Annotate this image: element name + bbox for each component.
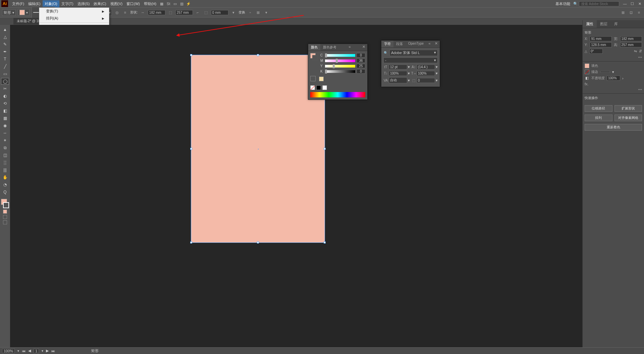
handle-l[interactable] — [190, 148, 192, 150]
properties-tab[interactable]: 属性 — [583, 20, 597, 28]
panel-menu-icon[interactable]: ≡ — [636, 9, 642, 15]
tool-20[interactable]: ✋ — [1, 174, 9, 181]
black-swatch[interactable] — [316, 85, 321, 90]
tool-9[interactable]: ◐ — [1, 93, 9, 99]
link-wh-icon[interactable]: ⬚ — [167, 9, 173, 15]
width-input[interactable]: 182 mm — [148, 10, 165, 15]
leading-input[interactable]: (14.4 ) — [417, 64, 435, 70]
more-icon[interactable]: ▾ — [263, 9, 269, 15]
tool-1[interactable]: △ — [1, 34, 9, 40]
none-swatch[interactable] — [310, 85, 315, 90]
expand-shape-button[interactable]: 扩展形状 — [614, 105, 642, 112]
recolor-button[interactable]: 重新着色 — [585, 124, 642, 131]
window-maximize[interactable]: ☐ — [629, 2, 635, 6]
paragraph-tab[interactable]: 段落 — [393, 41, 406, 47]
tool-17[interactable]: ◫ — [1, 152, 9, 159]
tool-16[interactable]: ⧉ — [1, 144, 9, 151]
opacity-input-prop[interactable]: 100% — [607, 76, 620, 81]
transform-label[interactable]: 变换 — [238, 10, 245, 15]
x-input[interactable]: 91 mm — [590, 36, 611, 41]
flip-h-icon[interactable]: ⇋ — [634, 49, 637, 53]
menu-edit[interactable]: 编辑(E) — [26, 0, 43, 7]
selected-rectangle[interactable] — [191, 55, 325, 242]
handle-t[interactable] — [257, 54, 259, 56]
stock-icon[interactable]: St — [166, 1, 171, 6]
menu-object[interactable]: 对象(O) — [43, 0, 59, 7]
white-swatch[interactable] — [322, 85, 327, 90]
spectrum-strip[interactable] — [310, 92, 365, 97]
window-close[interactable]: ✕ — [637, 2, 643, 6]
bridge-icon[interactable]: ▦ — [159, 1, 164, 6]
arrange-icon[interactable]: ▭ — [172, 1, 178, 6]
tool-18[interactable]: ░ — [1, 159, 9, 166]
search-icon[interactable]: 🔍 — [573, 1, 578, 6]
tool-19[interactable]: ||| — [1, 167, 9, 173]
menu-type[interactable]: 文字(T) — [59, 0, 75, 7]
character-tab[interactable]: 字符 — [381, 41, 393, 47]
artboard-index[interactable]: 1 — [34, 349, 39, 353]
tool-12[interactable]: ▦ — [1, 115, 9, 122]
tool-0[interactable]: ▲ — [1, 26, 9, 33]
handle-r[interactable] — [324, 148, 326, 150]
color-mode-mini[interactable] — [3, 220, 7, 224]
fill-swatch[interactable]: ▾ — [18, 9, 30, 16]
color-panel-collapse[interactable]: « — [346, 44, 353, 51]
workspace-switcher[interactable]: 基本功能 — [553, 0, 572, 7]
flip-v-icon[interactable]: ⇵ — [639, 49, 642, 53]
menu-item[interactable]: 排列(A)▶ — [39, 15, 109, 22]
w-input[interactable]: 182 mm — [620, 36, 642, 41]
font-search-icon[interactable]: 🔍 — [383, 51, 388, 55]
grid-icon[interactable]: ⊞ — [620, 9, 626, 15]
transform-more[interactable]: ••• — [585, 55, 642, 59]
char-panel-close[interactable]: ✕ — [433, 41, 440, 47]
tool-3[interactable]: ✒ — [1, 48, 9, 55]
align-pixel-icon[interactable]: ⊞ — [255, 9, 261, 15]
kerning-input[interactable]: 自动 — [389, 77, 407, 83]
alt-swatch[interactable] — [319, 77, 324, 81]
stroke-weight-input[interactable] — [600, 71, 610, 73]
fill-stroke-tools[interactable] — [1, 199, 9, 208]
menu-view[interactable]: 视图(V) — [108, 0, 125, 7]
y-input[interactable]: 128.5 mm — [590, 42, 611, 47]
menu-effect[interactable]: 效果(C) — [92, 0, 108, 7]
angle-input[interactable]: 0° — [589, 49, 603, 54]
height-input[interactable]: 257 mm — [175, 10, 193, 15]
fill-swatch-prop[interactable] — [585, 63, 589, 68]
handle-br[interactable] — [324, 241, 326, 244]
tracking-input[interactable]: 0 — [417, 78, 435, 83]
yellow-value[interactable]: 25 — [357, 64, 365, 68]
handle-tl[interactable] — [190, 54, 192, 56]
color-panel-close[interactable]: ✕ — [360, 44, 367, 51]
font-size-input[interactable]: 12 pt — [389, 64, 407, 70]
window-minimize[interactable]: — — [622, 2, 628, 6]
color-mode-mini[interactable] — [3, 210, 7, 214]
align-pixel-button[interactable]: 对齐像素网格 — [614, 115, 642, 121]
cyan-value[interactable]: 0 — [357, 53, 365, 57]
shape-type-combo[interactable]: 矩形 ▾ — [2, 9, 16, 16]
opentype-tab[interactable]: OpenType — [406, 41, 426, 47]
black-value[interactable]: 0 — [357, 69, 365, 74]
menu-window[interactable]: 窗口(W) — [124, 0, 142, 7]
cyan-slider[interactable] — [325, 54, 355, 57]
tool-14[interactable]: ↔ — [1, 130, 9, 136]
tool-5[interactable]: ╱ — [1, 63, 9, 70]
font-style-combo[interactable]: -▾ — [383, 57, 438, 63]
black-slider[interactable] — [325, 70, 355, 73]
corner-link-icon[interactable]: ⬚ — [203, 9, 209, 15]
color-guide-tab[interactable]: 颜色参考 — [320, 44, 339, 51]
appearance-more[interactable]: ••• — [585, 87, 642, 91]
yellow-slider[interactable] — [325, 65, 355, 68]
zoom-combo[interactable]: 100% — [2, 349, 15, 353]
corner-menu-icon[interactable]: ▾ — [230, 9, 236, 15]
artboard-nav-first[interactable]: ⏮ — [22, 349, 25, 353]
corner-radius-input[interactable]: 0 mm — [211, 10, 228, 15]
tool-7[interactable]: ◯ — [1, 78, 9, 85]
char-panel-collapse[interactable]: « — [427, 41, 433, 47]
color-mode-mini[interactable] — [3, 215, 7, 219]
handle-b[interactable] — [257, 241, 259, 244]
layers-tab[interactable]: 图层 — [597, 20, 611, 28]
offset-path-button[interactable]: 位移路径 — [585, 105, 612, 112]
color-tab[interactable]: 颜色 — [308, 44, 320, 51]
tool-10[interactable]: ⟲ — [1, 100, 9, 107]
menu-select[interactable]: 选择(S) — [75, 0, 92, 7]
